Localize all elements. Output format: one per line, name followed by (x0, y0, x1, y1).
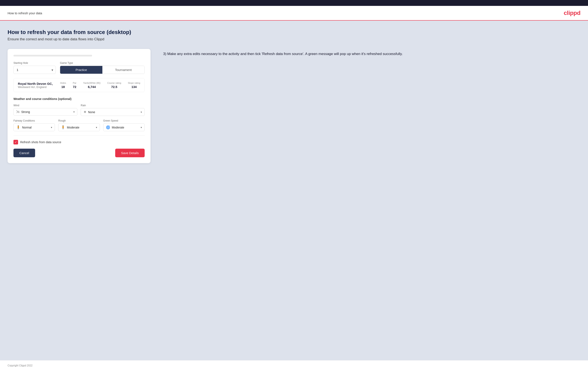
slope-rating-label: Slope rating (128, 82, 140, 84)
action-row: Cancel Save Details (13, 149, 145, 157)
rough-label: Rough (58, 119, 100, 122)
rain-chevron-icon: ▾ (141, 111, 142, 114)
page-subtitle: Ensure the correct and most up to date d… (8, 37, 580, 41)
wind-value: Strong (21, 110, 73, 114)
slope-rating-stat: Slope rating 134 (128, 82, 140, 89)
logo: clippd (564, 10, 580, 16)
header-title: How to refresh your data (8, 11, 42, 15)
yards-value: 6,744 (83, 85, 101, 89)
tournament-button[interactable]: Tournament (102, 66, 144, 74)
starting-hole-group: Starting Hole 1 (13, 61, 56, 74)
refresh-checkbox[interactable]: ✓ (13, 140, 18, 144)
green-speed-group: Green Speed 🌀 Moderate ▾ (103, 119, 145, 131)
par-value: 72 (73, 85, 76, 89)
rain-label: Rain (81, 104, 145, 107)
starting-hole-game-type-row: Starting Hole 1 Game Type Practice Tourn… (13, 61, 145, 74)
holes-stat: Holes 18 (60, 82, 66, 89)
rough-select[interactable]: 🧍 Moderate ▾ (58, 124, 100, 131)
rain-group: Rain ☀ None ▾ (81, 104, 145, 116)
save-button[interactable]: Save Details (115, 149, 145, 157)
green-speed-chevron-icon: ▾ (141, 126, 142, 129)
footer-text: Copyright Clippd 2022 (8, 364, 33, 367)
slope-rating-value: 134 (128, 85, 140, 89)
course-rating-label: Course rating (107, 82, 121, 84)
card-top-stripe (13, 55, 92, 57)
rough-group: Rough 🧍 Moderate ▾ (58, 119, 100, 131)
green-speed-icon: 🌀 (106, 125, 110, 129)
course-rating-stat: Course rating 72.5 (107, 82, 121, 89)
form-divider (13, 135, 145, 136)
wind-icon: 🌬 (16, 110, 19, 114)
fairway-chevron-icon: ▾ (51, 126, 52, 129)
yards-label: Yards(White (M)) (83, 82, 101, 84)
fairway-rough-green-row: Fairway Conditions 🧍 Normal ▾ Rough 🧍 Mo… (13, 119, 145, 131)
rough-icon: 🧍 (61, 125, 65, 129)
header: How to refresh your data clippd (0, 6, 588, 21)
wind-rain-row: Wind 🌬 Strong ▾ Rain ☀ None ▾ (13, 104, 145, 116)
rain-value: None (88, 110, 141, 114)
page-title: How to refresh your data from source (de… (8, 29, 580, 35)
course-info: Royal North Devon GC, Westward Ho!, Engl… (18, 82, 60, 89)
cancel-button[interactable]: Cancel (13, 149, 35, 157)
course-name: Royal North Devon GC, (18, 82, 60, 85)
green-speed-value: Moderate (112, 126, 141, 129)
form-card: Starting Hole 1 Game Type Practice Tourn… (8, 49, 150, 163)
course-card: Royal North Devon GC, Westward Ho!, Engl… (13, 78, 145, 92)
rain-icon: ☀ (83, 110, 86, 114)
side-instruction-text: 3) Make any extra edits necessary to the… (163, 49, 580, 57)
practice-button[interactable]: Practice (60, 66, 102, 74)
wind-label: Wind (13, 104, 77, 107)
top-bar (0, 0, 588, 6)
wind-chevron-icon: ▾ (73, 110, 75, 113)
holes-label: Holes (60, 82, 66, 84)
conditions-section-label: Weather and course conditions (optional) (13, 97, 145, 100)
game-type-label: Game Type (60, 61, 145, 65)
content-area: How to refresh your data from source (de… (0, 21, 588, 360)
yards-stat: Yards(White (M)) 6,744 (83, 82, 101, 89)
content-row: Starting Hole 1 Game Type Practice Tourn… (8, 49, 580, 163)
rough-chevron-icon: ▾ (96, 126, 97, 129)
game-type-toggle: Practice Tournament (60, 66, 145, 74)
main-wrapper: How to refresh your data clippd How to r… (0, 6, 588, 367)
rain-select[interactable]: ☀ None ▾ (81, 108, 145, 116)
fairway-group: Fairway Conditions 🧍 Normal ▾ (13, 119, 55, 131)
refresh-label: Refresh shots from data source (20, 141, 61, 144)
fairway-icon: 🧍 (16, 125, 20, 129)
starting-hole-select[interactable]: 1 (13, 66, 56, 74)
wind-group: Wind 🌬 Strong ▾ (13, 104, 77, 116)
course-rating-value: 72.5 (107, 85, 121, 89)
rough-value: Moderate (67, 126, 96, 129)
fairway-select[interactable]: 🧍 Normal ▾ (13, 124, 55, 131)
starting-hole-select-wrapper[interactable]: 1 (13, 66, 56, 74)
green-speed-label: Green Speed (103, 119, 145, 122)
course-stats: Holes 18 Par 72 Yards(White (M)) 6,744 (60, 82, 140, 89)
starting-hole-label: Starting Hole (13, 61, 56, 65)
par-label: Par (73, 82, 76, 84)
game-type-group: Game Type Practice Tournament (60, 61, 145, 74)
green-speed-select[interactable]: 🌀 Moderate ▾ (103, 124, 145, 131)
fairway-value: Normal (22, 126, 51, 129)
wind-select[interactable]: 🌬 Strong ▾ (13, 108, 77, 116)
refresh-checkbox-row: ✓ Refresh shots from data source (13, 140, 145, 144)
holes-value: 18 (60, 85, 66, 89)
footer: Copyright Clippd 2022 (0, 360, 588, 367)
fairway-label: Fairway Conditions (13, 119, 55, 122)
course-location: Westward Ho!, England (18, 85, 60, 89)
par-stat: Par 72 (73, 82, 76, 89)
